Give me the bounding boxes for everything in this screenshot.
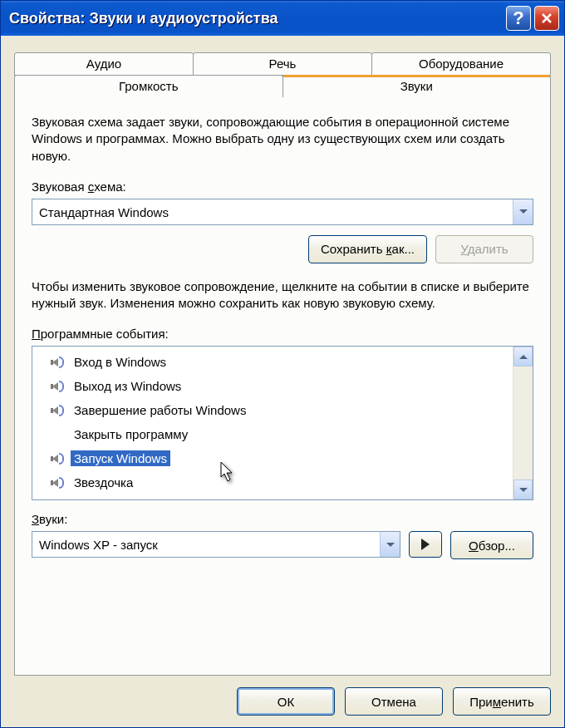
list-item[interactable]: Закрыть программу <box>32 422 513 446</box>
speaker-icon-slot <box>47 381 67 392</box>
speaker-icon-slot <box>47 357 67 368</box>
delete-button: Удалить <box>435 235 533 263</box>
sounds-label: Звуки: <box>32 512 533 526</box>
scheme-description: Звуковая схема задает звуки, сопровождаю… <box>32 114 533 165</box>
scheme-dropdown-arrow[interactable] <box>513 199 533 224</box>
speaker-icon <box>51 453 64 465</box>
play-button[interactable] <box>409 531 442 558</box>
close-icon <box>541 12 553 24</box>
properties-dialog: Свойства: Звуки и аудиоустройства ? Ауди… <box>0 0 565 728</box>
scrollbar[interactable] <box>513 347 533 499</box>
cancel-button[interactable]: Отмена <box>345 687 443 716</box>
apply-button[interactable]: Применить <box>453 687 551 716</box>
save-as-button[interactable]: Сохранить как... <box>308 235 427 263</box>
scroll-track[interactable] <box>513 366 533 480</box>
window-title: Свойства: Звуки и аудиоустройства <box>9 10 503 27</box>
events-description: Чтобы изменить звуковое сопровождение, щ… <box>32 278 533 312</box>
ok-button[interactable]: ОК <box>237 687 335 716</box>
speaker-icon <box>51 357 64 368</box>
events-label: Программные события: <box>32 327 533 341</box>
speaker-icon-slot <box>47 477 67 489</box>
list-item[interactable]: Вход в Windows <box>32 350 513 374</box>
dialog-buttons: ОК Отмена Применить <box>14 676 551 716</box>
scroll-up-button[interactable] <box>513 347 533 366</box>
list-item[interactable]: Звездочка <box>32 470 513 494</box>
tab-speech[interactable]: Речь <box>193 52 372 76</box>
chevron-down-icon <box>519 209 528 214</box>
speaker-icon <box>51 405 64 416</box>
chevron-down-icon <box>386 543 395 547</box>
speaker-icon <box>51 381 64 392</box>
scheme-value: Стандартная Windows <box>32 199 513 224</box>
browse-button[interactable]: Обзор... <box>450 531 533 559</box>
list-item-label: Закрыть программу <box>71 426 191 442</box>
scheme-label: Звуковая схема: <box>32 180 533 194</box>
list-item-label: Завершение работы Windows <box>71 402 249 418</box>
scroll-down-button[interactable] <box>513 480 533 499</box>
sound-file-combo[interactable]: Windows XP - запуск <box>32 531 400 558</box>
scheme-buttons: Сохранить как... Удалить <box>32 235 533 263</box>
tabs-row-back: Аудио Речь Оборудование <box>14 52 551 76</box>
sounds-panel: Звуковая схема задает звуки, сопровождаю… <box>14 96 551 676</box>
list-item-label: Звездочка <box>71 475 136 490</box>
dialog-content: Аудио Речь Оборудование Громкость Звуки … <box>1 36 564 727</box>
events-listbox[interactable]: Вход в WindowsВыход из WindowsЗавершение… <box>32 346 533 500</box>
play-icon <box>421 539 430 550</box>
list-item-label: Запуск Windows <box>71 450 170 466</box>
sound-file-value: Windows XP - запуск <box>32 532 380 557</box>
tab-hardware[interactable]: Оборудование <box>371 52 551 76</box>
titlebar: Свойства: Звуки и аудиоустройства ? <box>1 1 564 36</box>
tab-volume[interactable]: Громкость <box>14 75 283 97</box>
speaker-icon-slot <box>47 453 67 465</box>
sounds-row: Windows XP - запуск Обзор... <box>32 531 533 559</box>
tabs-row-front: Громкость Звуки <box>14 75 551 97</box>
sound-file-dropdown-arrow[interactable] <box>380 532 400 557</box>
events-list: Вход в WindowsВыход из WindowsЗавершение… <box>32 347 513 499</box>
list-item[interactable]: Запуск Windows <box>32 446 513 470</box>
list-item-label: Выход из Windows <box>71 378 184 394</box>
help-icon: ? <box>513 7 523 29</box>
chevron-down-icon <box>519 488 528 492</box>
tab-sounds[interactable]: Звуки <box>282 75 552 97</box>
speaker-icon-slot <box>47 405 67 416</box>
list-item-label: Вход в Windows <box>71 354 170 370</box>
list-item[interactable]: Завершение работы Windows <box>32 398 513 422</box>
scheme-combo[interactable]: Стандартная Windows <box>32 199 533 225</box>
tab-audio[interactable]: Аудио <box>14 52 194 76</box>
close-button[interactable] <box>534 6 559 31</box>
help-button[interactable]: ? <box>506 6 531 31</box>
chevron-up-icon <box>519 355 528 359</box>
list-item[interactable]: Выход из Windows <box>32 374 513 398</box>
speaker-icon <box>51 477 64 489</box>
